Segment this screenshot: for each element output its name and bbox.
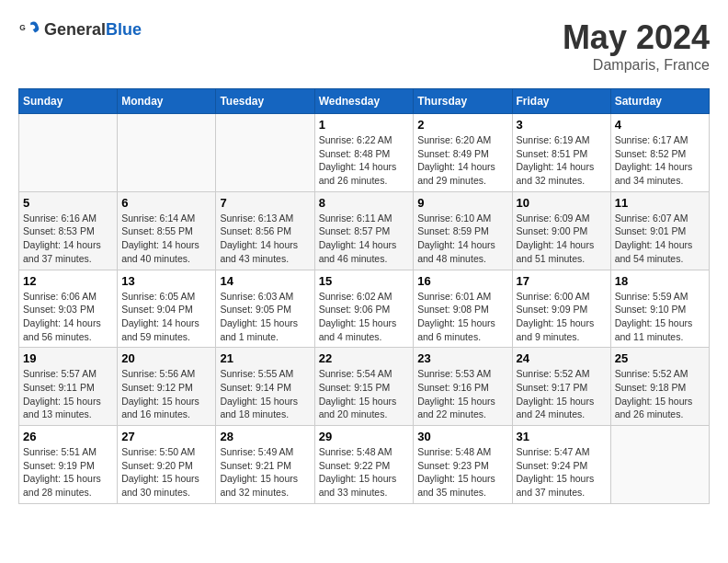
logo-text: GeneralBlue	[44, 20, 142, 40]
day-number: 7	[220, 196, 310, 210]
cell-content: Sunrise: 6:00 AM Sunset: 9:09 PM Dayligh…	[517, 290, 607, 344]
calendar-cell	[610, 426, 709, 504]
logo-general: General	[44, 20, 106, 39]
title-area: May 2024 Damparis, France	[563, 18, 710, 74]
header: G GeneralBlue May 2024 Damparis, France	[18, 18, 710, 74]
week-row-2: 5Sunrise: 6:16 AM Sunset: 8:53 PM Daylig…	[19, 191, 710, 270]
cell-content: Sunrise: 6:02 AM Sunset: 9:06 PM Dayligh…	[319, 290, 410, 344]
calendar-cell: 22Sunrise: 5:54 AM Sunset: 9:15 PM Dayli…	[314, 348, 414, 426]
calendar-cell: 30Sunrise: 5:48 AM Sunset: 9:23 PM Dayli…	[414, 426, 512, 504]
calendar-cell: 4Sunrise: 6:17 AM Sunset: 8:52 PM Daylig…	[610, 114, 709, 192]
week-row-4: 19Sunrise: 5:57 AM Sunset: 9:11 PM Dayli…	[19, 348, 710, 426]
cell-content: Sunrise: 6:06 AM Sunset: 9:03 PM Dayligh…	[23, 290, 113, 344]
week-row-1: 1Sunrise: 6:22 AM Sunset: 8:48 PM Daylig…	[19, 114, 710, 192]
cell-content: Sunrise: 6:16 AM Sunset: 8:53 PM Dayligh…	[23, 212, 113, 266]
day-number: 6	[121, 196, 211, 210]
cell-content: Sunrise: 5:52 AM Sunset: 9:17 PM Dayligh…	[517, 367, 607, 421]
day-number: 31	[517, 430, 607, 443]
cell-content: Sunrise: 5:48 AM Sunset: 9:22 PM Dayligh…	[319, 445, 410, 500]
calendar-cell: 14Sunrise: 6:03 AM Sunset: 9:05 PM Dayli…	[216, 270, 314, 348]
calendar-cell	[118, 114, 216, 192]
day-number: 22	[319, 351, 410, 365]
cell-content: Sunrise: 5:52 AM Sunset: 9:18 PM Dayligh…	[615, 367, 705, 421]
main-title: May 2024	[563, 18, 710, 57]
day-header-sunday: Sunday	[19, 89, 118, 114]
day-header-thursday: Thursday	[414, 89, 512, 114]
calendar-cell: 21Sunrise: 5:55 AM Sunset: 9:14 PM Dayli…	[216, 348, 314, 426]
cell-content: Sunrise: 6:09 AM Sunset: 9:00 PM Dayligh…	[517, 212, 607, 266]
cell-content: Sunrise: 5:53 AM Sunset: 9:16 PM Dayligh…	[417, 367, 507, 421]
calendar-cell: 28Sunrise: 5:49 AM Sunset: 9:21 PM Dayli…	[216, 426, 314, 504]
week-row-5: 26Sunrise: 5:51 AM Sunset: 9:19 PM Dayli…	[19, 426, 710, 504]
calendar-cell: 5Sunrise: 6:16 AM Sunset: 8:53 PM Daylig…	[19, 191, 118, 270]
day-number: 30	[417, 430, 507, 443]
calendar-cell: 9Sunrise: 6:10 AM Sunset: 8:59 PM Daylig…	[414, 191, 512, 270]
calendar-cell: 26Sunrise: 5:51 AM Sunset: 9:19 PM Dayli…	[19, 426, 118, 504]
day-header-tuesday: Tuesday	[216, 89, 314, 114]
day-number: 17	[517, 274, 607, 288]
calendar-cell: 12Sunrise: 6:06 AM Sunset: 9:03 PM Dayli…	[19, 270, 118, 348]
cell-content: Sunrise: 5:54 AM Sunset: 9:15 PM Dayligh…	[319, 367, 410, 421]
calendar-cell: 13Sunrise: 6:05 AM Sunset: 9:04 PM Dayli…	[118, 270, 216, 348]
cell-content: Sunrise: 5:48 AM Sunset: 9:23 PM Dayligh…	[417, 445, 507, 500]
calendar-cell: 24Sunrise: 5:52 AM Sunset: 9:17 PM Dayli…	[512, 348, 610, 426]
day-number: 21	[220, 351, 310, 365]
cell-content: Sunrise: 6:14 AM Sunset: 8:55 PM Dayligh…	[121, 212, 211, 266]
logo: G GeneralBlue	[18, 18, 142, 40]
cell-content: Sunrise: 6:01 AM Sunset: 9:08 PM Dayligh…	[417, 290, 507, 344]
cell-content: Sunrise: 5:50 AM Sunset: 9:20 PM Dayligh…	[121, 445, 211, 500]
day-number: 11	[615, 196, 705, 210]
calendar-cell: 8Sunrise: 6:11 AM Sunset: 8:57 PM Daylig…	[314, 191, 414, 270]
calendar-cell: 10Sunrise: 6:09 AM Sunset: 9:00 PM Dayli…	[512, 191, 610, 270]
calendar-cell: 15Sunrise: 6:02 AM Sunset: 9:06 PM Dayli…	[314, 270, 414, 348]
day-header-wednesday: Wednesday	[314, 89, 414, 114]
cell-content: Sunrise: 5:55 AM Sunset: 9:14 PM Dayligh…	[220, 367, 310, 421]
cell-content: Sunrise: 6:13 AM Sunset: 8:56 PM Dayligh…	[220, 212, 310, 266]
day-number: 12	[23, 274, 113, 288]
day-number: 24	[517, 351, 607, 365]
day-number: 18	[615, 274, 705, 288]
day-number: 15	[319, 274, 410, 288]
week-row-3: 12Sunrise: 6:06 AM Sunset: 9:03 PM Dayli…	[19, 270, 710, 348]
subtitle: Damparis, France	[563, 57, 710, 74]
calendar-cell: 23Sunrise: 5:53 AM Sunset: 9:16 PM Dayli…	[414, 348, 512, 426]
cell-content: Sunrise: 6:03 AM Sunset: 9:05 PM Dayligh…	[220, 290, 310, 344]
cell-content: Sunrise: 6:22 AM Sunset: 8:48 PM Dayligh…	[319, 133, 410, 188]
cell-content: Sunrise: 5:57 AM Sunset: 9:11 PM Dayligh…	[23, 367, 113, 421]
cell-content: Sunrise: 6:07 AM Sunset: 9:01 PM Dayligh…	[615, 212, 705, 266]
day-number: 13	[121, 274, 211, 288]
calendar-cell: 16Sunrise: 6:01 AM Sunset: 9:08 PM Dayli…	[414, 270, 512, 348]
calendar-cell: 3Sunrise: 6:19 AM Sunset: 8:51 PM Daylig…	[512, 114, 610, 192]
header-row: SundayMondayTuesdayWednesdayThursdayFrid…	[19, 89, 710, 114]
day-number: 10	[517, 196, 607, 210]
svg-text:G: G	[19, 23, 26, 32]
cell-content: Sunrise: 5:59 AM Sunset: 9:10 PM Dayligh…	[615, 290, 705, 344]
calendar-cell	[19, 114, 118, 192]
day-number: 20	[121, 351, 211, 365]
day-number: 5	[23, 196, 113, 210]
calendar-cell: 29Sunrise: 5:48 AM Sunset: 9:22 PM Dayli…	[314, 426, 414, 504]
calendar-cell: 17Sunrise: 6:00 AM Sunset: 9:09 PM Dayli…	[512, 270, 610, 348]
calendar-cell: 20Sunrise: 5:56 AM Sunset: 9:12 PM Dayli…	[118, 348, 216, 426]
calendar-cell: 7Sunrise: 6:13 AM Sunset: 8:56 PM Daylig…	[216, 191, 314, 270]
day-number: 29	[319, 430, 410, 443]
cell-content: Sunrise: 6:17 AM Sunset: 8:52 PM Dayligh…	[615, 133, 705, 188]
day-number: 9	[417, 196, 507, 210]
day-number: 4	[615, 118, 705, 132]
calendar-cell: 25Sunrise: 5:52 AM Sunset: 9:18 PM Dayli…	[610, 348, 709, 426]
day-number: 23	[417, 351, 507, 365]
day-number: 2	[417, 118, 507, 132]
calendar-table: SundayMondayTuesdayWednesdayThursdayFrid…	[18, 88, 710, 504]
day-number: 16	[417, 274, 507, 288]
day-header-monday: Monday	[118, 89, 216, 114]
cell-content: Sunrise: 5:56 AM Sunset: 9:12 PM Dayligh…	[121, 367, 211, 421]
cell-content: Sunrise: 6:20 AM Sunset: 8:49 PM Dayligh…	[417, 133, 507, 188]
cell-content: Sunrise: 5:51 AM Sunset: 9:19 PM Dayligh…	[23, 445, 113, 500]
calendar-cell: 31Sunrise: 5:47 AM Sunset: 9:24 PM Dayli…	[512, 426, 610, 504]
day-number: 25	[615, 351, 705, 365]
calendar-cell: 2Sunrise: 6:20 AM Sunset: 8:49 PM Daylig…	[414, 114, 512, 192]
cell-content: Sunrise: 5:47 AM Sunset: 9:24 PM Dayligh…	[517, 445, 607, 500]
calendar-cell: 6Sunrise: 6:14 AM Sunset: 8:55 PM Daylig…	[118, 191, 216, 270]
calendar-cell: 27Sunrise: 5:50 AM Sunset: 9:20 PM Dayli…	[118, 426, 216, 504]
calendar-cell: 11Sunrise: 6:07 AM Sunset: 9:01 PM Dayli…	[610, 191, 709, 270]
